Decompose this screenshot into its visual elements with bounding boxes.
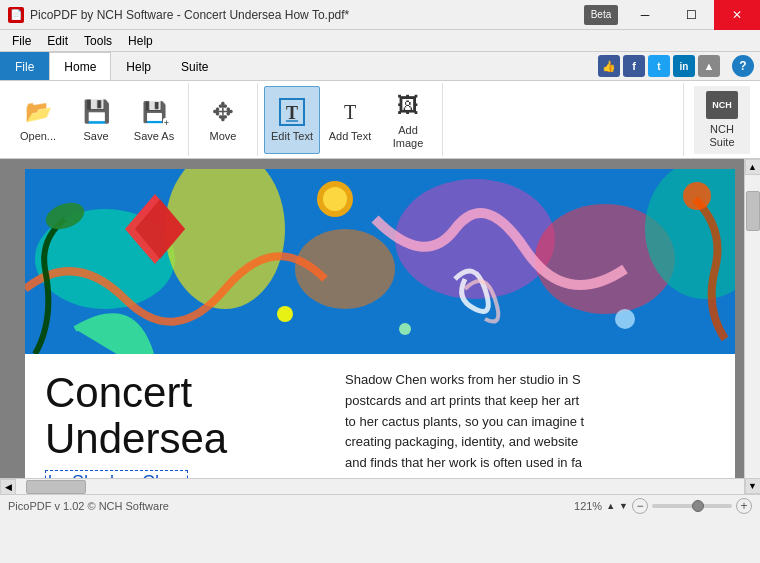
thumbs-up-icon[interactable]: 👍	[598, 55, 620, 77]
facebook-icon[interactable]: f	[623, 55, 645, 77]
scroll-up-button[interactable]: ▲	[745, 159, 761, 175]
svg-text:T: T	[344, 101, 356, 123]
horizontal-scrollbar[interactable]: ◀ ▶	[0, 478, 760, 494]
beta-badge: Beta	[584, 5, 618, 25]
maximize-button[interactable]: ☐	[668, 0, 714, 30]
svg-text:T: T	[286, 103, 298, 123]
save-as-label: Save As	[134, 130, 174, 142]
title-bar: PicoPDF by NCH Software - Concert Unders…	[0, 0, 760, 30]
vertical-scrollbar[interactable]: ▲ ▼	[744, 159, 760, 478]
scroll-left-button[interactable]: ◀	[0, 479, 16, 495]
zoom-plus-button[interactable]: +	[736, 498, 752, 514]
edit-text-label: Edit Text	[271, 130, 313, 142]
add-image-button[interactable]: 🖼 Add Image	[380, 86, 436, 154]
svg-point-16	[399, 323, 411, 335]
body-text-content: Shadow Chen works from her studio in Spo…	[345, 372, 584, 470]
document-body-text: Shadow Chen works from her studio in Spo…	[345, 370, 715, 478]
add-text-button[interactable]: T Add Text	[322, 86, 378, 154]
share-icon[interactable]: ▲	[698, 55, 720, 77]
tab-help[interactable]: Help	[111, 52, 166, 81]
save-icon: 💾	[80, 96, 112, 128]
scroll-h-track	[16, 479, 744, 495]
tab-file[interactable]: File	[0, 52, 49, 81]
help-icon[interactable]: ?	[732, 55, 754, 77]
version-label: PicoPDF v 1.02 © NCH Software	[8, 500, 169, 512]
zoom-down-arrow[interactable]: ▼	[619, 501, 628, 511]
document-text-area: Concert Undersea by Shadow Chen Shadow C…	[25, 354, 735, 478]
document-scroll-area[interactable]: Neowin	[0, 159, 760, 478]
app-icon	[8, 7, 24, 23]
nch-suite-label: NCH Suite	[697, 123, 747, 147]
zoom-slider[interactable]	[652, 504, 732, 508]
zoom-area: 121% ▲ ▼ − +	[574, 498, 752, 514]
document-title: Concert Undersea	[45, 370, 325, 462]
add-text-label: Add Text	[329, 130, 372, 142]
save-as-button[interactable]: 💾 + Save As	[126, 86, 182, 154]
status-bar: PicoPDF v 1.02 © NCH Software 121% ▲ ▼ −…	[0, 494, 760, 516]
ribbon-group-text: T Edit Text T Add Text 🖼 Add Image	[258, 83, 443, 156]
edit-text-button[interactable]: T Edit Text	[264, 86, 320, 154]
close-button[interactable]: ✕	[714, 0, 760, 30]
menu-bar: File Edit Tools Help	[0, 30, 760, 52]
zoom-minus-button[interactable]: −	[632, 498, 648, 514]
move-button[interactable]: ✥ Move	[195, 86, 251, 154]
zoom-slider-thumb[interactable]	[692, 500, 704, 512]
document-image: Neowin	[25, 169, 735, 354]
menu-tools[interactable]: Tools	[76, 30, 120, 52]
open-button[interactable]: 📂 Open...	[10, 86, 66, 154]
move-label: Move	[210, 130, 237, 142]
menu-help[interactable]: Help	[120, 30, 161, 52]
minimize-button[interactable]: ─	[622, 0, 668, 30]
menu-edit[interactable]: Edit	[39, 30, 76, 52]
zoom-up-arrow[interactable]: ▲	[606, 501, 615, 511]
open-label: Open...	[20, 130, 56, 142]
menu-file[interactable]: File	[4, 30, 39, 52]
main-area: Neowin	[0, 159, 760, 494]
ribbon-group-move: ✥ Move	[189, 83, 258, 156]
twitter-icon[interactable]: t	[648, 55, 670, 77]
tab-home[interactable]: Home	[49, 52, 111, 81]
document-subtitle[interactable]: by Shadow Chen	[45, 470, 188, 478]
ribbon-tab-bar: File Home Help Suite 👍 f t in ▲ ?	[0, 52, 760, 80]
scroll-thumb[interactable]	[746, 191, 760, 231]
save-as-icon: 💾 +	[138, 96, 170, 128]
add-image-icon: 🖼	[392, 90, 424, 122]
save-label: Save	[83, 130, 108, 142]
tab-suite[interactable]: Suite	[166, 52, 223, 81]
ribbon-content: 📂 Open... 💾 Save 💾 + Save As ✥ Move	[0, 80, 760, 158]
zoom-value: 121%	[574, 500, 602, 512]
svg-point-17	[615, 309, 635, 329]
add-text-icon: T	[334, 96, 366, 128]
add-image-label: Add Image	[383, 124, 433, 148]
save-button[interactable]: 💾 Save	[68, 86, 124, 154]
edit-text-icon: T	[276, 96, 308, 128]
svg-point-15	[277, 306, 293, 322]
window-title: PicoPDF by NCH Software - Concert Unders…	[30, 8, 349, 22]
scroll-h-thumb[interactable]	[26, 480, 86, 494]
ribbon-group-nch: NCH NCH Suite	[683, 83, 756, 156]
nch-icon: NCH	[706, 91, 738, 119]
nch-suite-button[interactable]: NCH NCH Suite	[694, 86, 750, 154]
svg-point-14	[323, 187, 347, 211]
linkedin-icon[interactable]: in	[673, 55, 695, 77]
svg-point-19	[683, 182, 711, 210]
move-icon: ✥	[207, 96, 239, 128]
document-left-column: Concert Undersea by Shadow Chen	[45, 370, 325, 478]
ribbon-group-file: 📂 Open... 💾 Save 💾 + Save As	[4, 83, 189, 156]
ribbon: File Home Help Suite 👍 f t in ▲ ? 📂 Open…	[0, 52, 760, 159]
document-page: Neowin	[25, 169, 735, 478]
open-icon: 📂	[22, 96, 54, 128]
